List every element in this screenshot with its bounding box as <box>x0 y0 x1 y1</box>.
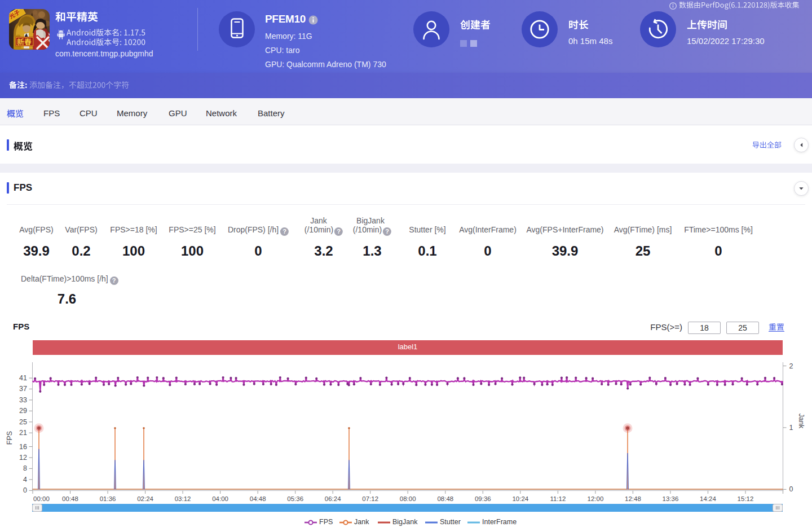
svg-text:14:24: 14:24 <box>700 495 716 502</box>
svg-text:0: 0 <box>23 486 27 494</box>
svg-text:11:12: 11:12 <box>550 495 566 502</box>
svg-text:33: 33 <box>19 396 27 404</box>
svg-text:08:00: 08:00 <box>400 495 416 502</box>
svg-text:0: 0 <box>789 485 793 493</box>
svg-text:13:36: 13:36 <box>663 495 679 502</box>
svg-text:07:12: 07:12 <box>362 495 378 502</box>
svg-text:08:48: 08:48 <box>437 495 453 502</box>
svg-text:00:00: 00:00 <box>33 495 50 502</box>
svg-text:12:00: 12:00 <box>588 495 604 502</box>
svg-text:01:36: 01:36 <box>100 495 116 502</box>
svg-text:FPS: FPS <box>6 431 14 445</box>
svg-text:03:12: 03:12 <box>175 495 191 502</box>
svg-text:02:24: 02:24 <box>137 495 153 502</box>
svg-text:21: 21 <box>19 429 27 437</box>
svg-text:16: 16 <box>19 443 27 451</box>
svg-text:8: 8 <box>23 464 27 472</box>
svg-text:04:48: 04:48 <box>250 495 266 502</box>
svg-text:25: 25 <box>19 418 27 426</box>
svg-text:12: 12 <box>19 454 27 462</box>
svg-text:09:36: 09:36 <box>475 495 491 502</box>
svg-text:1: 1 <box>789 424 793 432</box>
svg-text:4: 4 <box>23 476 27 484</box>
svg-text:10:24: 10:24 <box>512 495 528 502</box>
svg-text:Jank: Jank <box>797 414 805 429</box>
svg-text:00:48: 00:48 <box>62 495 78 502</box>
svg-text:15:12: 15:12 <box>738 495 754 502</box>
svg-text:04:00: 04:00 <box>212 495 228 502</box>
svg-text:12:48: 12:48 <box>625 495 641 502</box>
svg-text:2: 2 <box>789 362 793 370</box>
svg-text:29: 29 <box>19 407 27 415</box>
svg-text:37: 37 <box>19 385 27 393</box>
svg-text:41: 41 <box>19 374 27 382</box>
svg-text:06:24: 06:24 <box>325 495 341 502</box>
svg-text:05:36: 05:36 <box>287 495 303 502</box>
